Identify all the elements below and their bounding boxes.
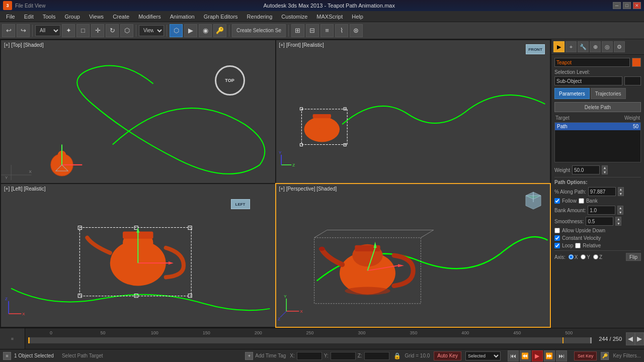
timeline-bar[interactable] [28, 337, 592, 343]
timeline-prev[interactable]: ◀ [626, 332, 635, 345]
move-button[interactable]: ✛ [91, 24, 104, 37]
axis-y-radio[interactable] [581, 254, 586, 259]
svg-text:Z: Z [278, 317, 280, 321]
go-end-button[interactable]: ⏭ [556, 350, 567, 361]
display-panel-icon[interactable]: ◎ [602, 41, 613, 52]
menu-views[interactable]: Views [85, 13, 108, 21]
delete-path-button[interactable]: Delete Path [554, 102, 641, 112]
modify-panel-icon[interactable]: 🔧 [578, 41, 589, 52]
follow-checkbox[interactable] [554, 198, 560, 204]
menu-rendering[interactable]: Rendering [243, 13, 277, 21]
along-path-spinner-up[interactable]: ▲ [618, 187, 624, 192]
panel-tabs: Parameters Trajectories [554, 88, 641, 99]
menu-modifiers[interactable]: Modifiers [134, 13, 165, 21]
auto-key-button[interactable]: Auto Key [434, 351, 461, 360]
auto-key-dropdown[interactable]: Selected [465, 351, 501, 360]
path-list-item[interactable]: Path 50 [555, 123, 640, 130]
maximize-button[interactable]: □ [623, 2, 631, 9]
target-column-label: Target [555, 115, 570, 121]
trajectories-tab[interactable]: Trajectories [591, 88, 626, 99]
next-frame-button[interactable]: ⏩ [544, 350, 555, 361]
menu-group[interactable]: Group [60, 13, 84, 21]
axis-x-label: X [575, 254, 578, 260]
flip-button[interactable]: Flip [626, 253, 641, 261]
follow-label: Follow [562, 198, 577, 204]
x-coord-input[interactable] [297, 352, 322, 360]
view-dropdown[interactable]: View [139, 25, 164, 36]
timeline-expand[interactable]: ≡ [0, 328, 25, 349]
timeline-next[interactable]: ▶ [635, 332, 644, 345]
menu-help[interactable]: Help [348, 13, 367, 21]
key-marker-end [590, 337, 592, 343]
relative-checkbox[interactable] [575, 243, 581, 248]
minimize-button[interactable]: ─ [613, 2, 621, 9]
menu-customize[interactable]: Customize [277, 13, 311, 21]
weight-input[interactable] [572, 165, 600, 174]
set-key-button[interactable]: Set Key [574, 351, 597, 360]
timeline-track[interactable]: 0 50 100 150 200 250 300 350 400 450 500 [25, 328, 595, 349]
bank-amount-input[interactable] [588, 206, 615, 215]
status-layers-icon[interactable]: ≡ [3, 352, 11, 360]
bank-checkbox[interactable] [579, 198, 584, 204]
menu-graph-editors[interactable]: Graph Editors [200, 13, 242, 21]
object-color-swatch[interactable] [632, 58, 641, 67]
viewport-left[interactable]: [+] [Left] [Realistic] LEFT [1, 184, 275, 327]
menu-animation[interactable]: Animation [166, 13, 199, 21]
viewport-top[interactable]: [+] [Top] [Shaded] TOP Y X [1, 40, 275, 183]
rotate-button[interactable]: ↻ [106, 24, 119, 37]
weight-spinner-down[interactable]: ▼ [602, 170, 608, 174]
hierarchy-panel-icon[interactable]: ⊕ [590, 41, 601, 52]
mirror-button[interactable]: ⊟ [306, 24, 319, 37]
perspective-cube-indicator [521, 188, 546, 213]
play-button[interactable]: ▶ [532, 350, 543, 361]
undo-button[interactable]: ↩ [2, 24, 15, 37]
smoothness-spinner-down[interactable]: ▼ [615, 221, 621, 226]
selection-filter-dropdown[interactable]: All [35, 25, 60, 36]
smoothness-input[interactable] [586, 217, 613, 226]
axis-x-radio[interactable] [569, 254, 574, 259]
menu-file[interactable]: File [2, 13, 19, 21]
constant-velocity-checkbox[interactable] [554, 235, 560, 241]
create-panel-icon[interactable]: + [566, 41, 577, 52]
render-button[interactable]: ▶ [184, 24, 197, 37]
z-coord-input[interactable] [364, 352, 389, 360]
redo-button[interactable]: ↪ [17, 24, 30, 37]
keyframe-button[interactable]: 🔑 [213, 24, 226, 37]
scale-button[interactable]: ⬡ [120, 24, 133, 37]
parameters-tab[interactable]: Parameters [554, 88, 590, 99]
key-filters-icon[interactable]: 🔑 [601, 352, 609, 360]
layer-button[interactable]: ≡ [320, 24, 334, 37]
sub-object-input[interactable] [554, 76, 622, 85]
weight-spinner-up[interactable]: ▲ [602, 165, 608, 170]
utilities-panel-icon[interactable]: ⚙ [614, 41, 625, 52]
go-start-button[interactable]: ⏮ [508, 350, 519, 361]
along-path-input[interactable] [588, 187, 616, 196]
select-object-button[interactable]: ✦ [62, 24, 75, 37]
prev-frame-button[interactable]: ⏪ [520, 350, 531, 361]
axis-z-radio[interactable] [593, 254, 598, 259]
menu-maxscript[interactable]: MAXScript [312, 13, 347, 21]
menu-create[interactable]: Create [109, 13, 133, 21]
object-name-input[interactable] [554, 58, 630, 67]
menu-edit[interactable]: Edit [20, 13, 38, 21]
y-coord-input[interactable] [331, 352, 356, 360]
schematic-button[interactable]: ⊛ [350, 24, 363, 37]
bank-amount-spinner-down[interactable]: ▼ [617, 210, 623, 215]
perspective-button[interactable]: ⬡ [170, 24, 183, 37]
align-button[interactable]: ⊞ [291, 24, 304, 37]
material-button[interactable]: ◉ [199, 24, 212, 37]
viewport-perspective[interactable]: [+] [Perspective] [Shaded] [276, 184, 550, 327]
smoothness-spinner-up[interactable]: ▲ [615, 217, 621, 221]
loop-checkbox[interactable] [554, 243, 560, 248]
curve-editor-button[interactable]: ⌇ [335, 24, 348, 37]
bank-amount-spinner-up[interactable]: ▲ [617, 206, 623, 210]
select-region-button[interactable]: □ [76, 24, 90, 37]
menu-tools[interactable]: Tools [39, 13, 60, 21]
motion-panel-icon[interactable]: ▶ [553, 41, 565, 52]
along-path-spinner-down[interactable]: ▼ [618, 192, 624, 196]
create-selection-button[interactable]: Create Selection Se [232, 24, 286, 37]
add-time-tag-icon[interactable]: + [245, 352, 253, 360]
allow-upside-down-checkbox[interactable] [554, 228, 560, 233]
viewport-front[interactable]: [+] [Front] [Realistic] FRONT Z [276, 40, 550, 183]
close-button[interactable]: ✕ [633, 2, 641, 9]
